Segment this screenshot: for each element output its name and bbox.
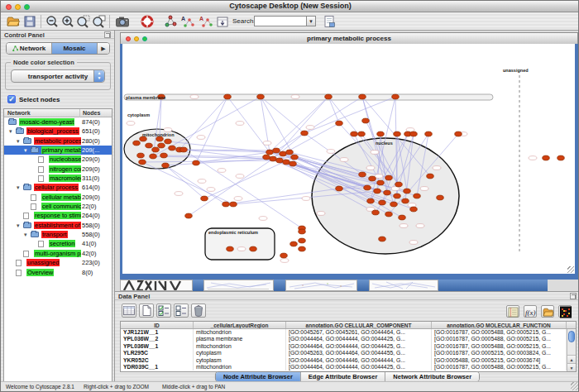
network-edge[interactable] <box>304 97 395 133</box>
zoom-out-icon[interactable] <box>45 14 60 29</box>
tab-mosaic[interactable]: Mosaic <box>52 43 98 54</box>
tree-row[interactable]: unassigned223(0) <box>4 258 112 267</box>
network-node[interactable] <box>358 131 366 136</box>
network-node[interactable] <box>250 246 257 251</box>
tree-row[interactable]: Overview8(0) <box>4 268 112 277</box>
tree-row[interactable]: macromolecule311(0) <box>4 174 112 183</box>
column-header-id[interactable]: ID <box>121 322 194 328</box>
column-header-region[interactable]: _cellularLayoutRegion <box>194 322 286 328</box>
network-node[interactable] <box>290 161 297 166</box>
background-window-edge[interactable] <box>357 280 369 291</box>
window-resize-grip[interactable] <box>567 266 574 273</box>
network-node[interactable] <box>201 196 208 201</box>
network-node[interactable] <box>359 172 366 177</box>
network-node[interactable] <box>392 94 400 99</box>
network-node[interactable] <box>362 118 370 123</box>
network-node[interactable] <box>280 151 287 156</box>
configure-search-icon[interactable] <box>322 14 337 29</box>
tree-row[interactable]: secretion41(0) <box>4 239 112 248</box>
select-all-attributes-icon[interactable] <box>156 304 171 318</box>
tree-row[interactable]: ▾primary metabo209(... <box>4 146 112 155</box>
network-edge[interactable] <box>179 97 227 150</box>
network-node[interactable] <box>150 154 157 159</box>
network-edge[interactable] <box>276 97 362 151</box>
network-edge[interactable] <box>273 97 328 159</box>
scroll-up-icon[interactable]: ▲ <box>567 355 576 363</box>
vizmapper-icon-b[interactable]: A <box>199 14 213 29</box>
tree-row[interactable]: ▾establishment of lo558(0) <box>4 221 112 230</box>
network-node[interactable] <box>372 210 380 215</box>
network-node[interactable] <box>385 212 393 217</box>
network-node[interactable] <box>291 155 299 160</box>
network-node[interactable] <box>158 143 165 148</box>
column-header-molecular-function[interactable]: annotation.GO MOLECULAR_FUNCTION <box>432 322 567 328</box>
import-attributes-icon[interactable] <box>506 305 519 318</box>
background-window-thumbnail[interactable] <box>369 280 438 291</box>
tree-row[interactable]: response to stimulu264(0) <box>4 211 112 220</box>
network-view-window[interactable]: primary metabolic process plasma membran… <box>120 32 578 280</box>
network-node[interactable] <box>193 160 200 165</box>
network-node[interactable] <box>425 131 433 136</box>
network-edge[interactable] <box>189 159 273 216</box>
network-node[interactable] <box>185 213 193 218</box>
network-edge[interactable] <box>328 97 339 123</box>
network-node[interactable] <box>286 150 294 155</box>
network-node[interactable] <box>364 185 371 190</box>
network-edge[interactable] <box>165 165 226 204</box>
network-icon[interactable] <box>163 14 178 29</box>
tree-row[interactable]: nucleobase-209(0) <box>4 155 112 164</box>
network-node[interactable] <box>133 141 141 146</box>
network-node[interactable] <box>299 238 306 243</box>
network-node[interactable] <box>180 147 188 152</box>
zoom-fit-icon[interactable] <box>92 14 107 29</box>
network-node[interactable] <box>169 146 176 151</box>
background-window-thumbnail[interactable] <box>285 280 357 291</box>
background-window-edge[interactable] <box>438 280 548 291</box>
network-edge[interactable] <box>261 97 304 133</box>
network-node[interactable] <box>367 198 375 203</box>
tree-row[interactable]: multi-organism pro42(0) <box>4 249 112 258</box>
network-canvas[interactable]: plasma membranecytoplasmmitochondrionnuc… <box>122 44 575 274</box>
tree-row[interactable]: nitrogen compo209(0) <box>4 165 112 174</box>
network-node[interactable] <box>263 155 270 160</box>
network-node[interactable] <box>137 153 145 158</box>
float-panel-icon[interactable] <box>570 293 577 299</box>
zoom-selected-icon[interactable] <box>76 14 91 29</box>
network-node[interactable] <box>385 175 393 180</box>
table-row[interactable]: YPL036W__1mitochondrion[GO:0044464, GO:0… <box>121 343 576 350</box>
background-window-sliver[interactable] <box>120 280 193 291</box>
tree-row[interactable]: mosaic-demo-yeast874(0) <box>4 117 112 127</box>
network-node[interactable] <box>290 241 298 246</box>
tree-row[interactable]: cell communicat22(0) <box>4 202 112 211</box>
delete-attribute-icon[interactable] <box>191 304 206 318</box>
network-node[interactable] <box>379 237 386 241</box>
tab-network-attribute-browser[interactable]: Network Attribute Browser <box>385 372 479 381</box>
matrix-icon[interactable] <box>558 305 572 318</box>
network-node[interactable] <box>152 147 160 152</box>
float-panel-icon[interactable] <box>104 31 111 38</box>
network-node[interactable] <box>276 158 284 163</box>
network-node[interactable] <box>280 253 288 258</box>
network-node[interactable] <box>384 190 391 195</box>
tree-row[interactable]: ▾cellular process614(0) <box>4 183 112 192</box>
tab-network[interactable]: Network <box>7 43 52 54</box>
search-input[interactable] <box>254 16 307 26</box>
scroll-down-icon[interactable]: ▼ <box>567 363 576 371</box>
network-node[interactable] <box>325 94 333 99</box>
table-row[interactable]: YLR295Ccytoplasm[GO:0045263, GO:0044464,… <box>121 350 576 356</box>
network-node[interactable] <box>227 246 234 251</box>
network-node[interactable] <box>395 182 403 187</box>
network-node[interactable] <box>270 156 277 161</box>
table-row[interactable]: YKR052Ccytoplasm[GO:0044464, GO:0044446,… <box>121 357 576 364</box>
network-node[interactable] <box>266 150 274 155</box>
network-node[interactable] <box>336 121 343 126</box>
network-node[interactable] <box>224 94 232 99</box>
tree-row[interactable]: ▾biological_process651(0) <box>4 127 112 136</box>
network-node[interactable] <box>394 194 401 198</box>
network-node[interactable] <box>414 194 421 198</box>
network-node[interactable] <box>557 155 565 160</box>
network-node[interactable] <box>160 153 168 158</box>
search-dropdown-icon[interactable]: ▼ <box>307 16 316 26</box>
network-node[interactable] <box>165 139 172 144</box>
network-node[interactable] <box>283 160 290 165</box>
